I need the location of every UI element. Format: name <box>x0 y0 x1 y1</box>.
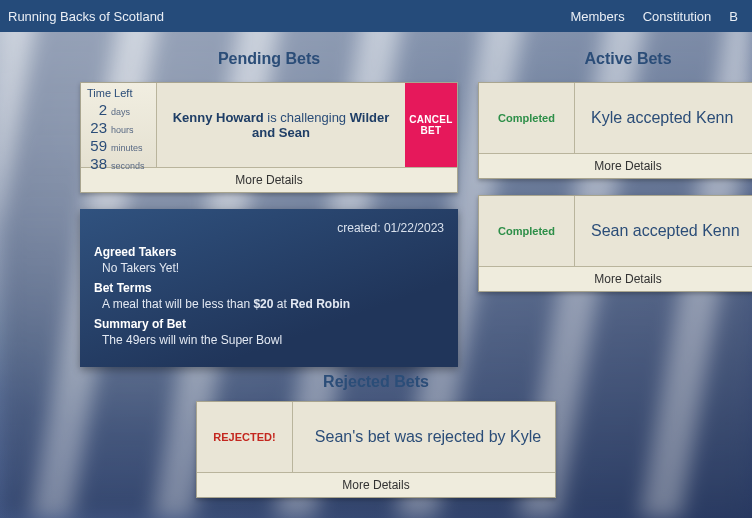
active-2-more-details-button[interactable]: More Details <box>479 266 752 291</box>
time-left-label: Time Left <box>87 87 150 99</box>
active-bet-1-text: Kyle accepted Kenn <box>575 83 752 153</box>
status-badge-completed: Completed <box>479 83 575 153</box>
status-badge-rejected: REJECTED! <box>197 402 293 472</box>
bet-terms-place: Red Robin <box>290 297 350 311</box>
agreed-takers-value: No Takers Yet! <box>102 261 444 275</box>
active-column: Active Bets Completed Kyle accepted Kenn… <box>478 50 752 367</box>
bet-terms-value: A meal that will be less than $20 at Red… <box>102 297 444 311</box>
status-badge-completed: Completed <box>479 196 575 266</box>
rejected-bet-1-text: Sean's bet was rejected by Kyle <box>293 402 555 472</box>
time-days-unit: days <box>111 107 130 118</box>
challenger-name: Kenny Howard <box>173 110 264 125</box>
active-heading: Active Bets <box>478 50 752 68</box>
pending-bet-details-panel: created: 01/22/2023 Agreed Takers No Tak… <box>80 209 458 367</box>
cancel-bet-button[interactable]: CANCEL BET <box>405 83 457 167</box>
bet-terms-heading: Bet Terms <box>94 281 444 295</box>
pending-column: Pending Bets Time Left 2days 23hours 59m… <box>80 50 458 367</box>
active-bet-2-text: Sean accepted Kenn <box>575 196 752 266</box>
summary-value: The 49ers will win the Super Bowl <box>102 333 444 347</box>
time-minutes-num: 59 <box>87 137 107 155</box>
pending-bet-summary: Kenny Howard is challenging Wilder and S… <box>157 83 405 167</box>
top-navbar: Running Backs of Scotland Members Consti… <box>0 0 752 32</box>
nav-links: Members Constitution B <box>570 9 738 24</box>
site-title: Running Backs of Scotland <box>8 9 164 24</box>
bet-terms-pre: A meal that will be less than <box>102 297 253 311</box>
pending-heading: Pending Bets <box>80 50 458 68</box>
bet-terms-amount: $20 <box>253 297 273 311</box>
agreed-takers-heading: Agreed Takers <box>94 245 444 259</box>
nav-members[interactable]: Members <box>570 9 624 24</box>
time-left-box: Time Left 2days 23hours 59minutes 38seco… <box>81 83 157 167</box>
rejected-1-more-details-button[interactable]: More Details <box>197 472 555 497</box>
rejected-section: Rejected Bets REJECTED! Sean's bet was r… <box>196 373 556 498</box>
created-date: created: 01/22/2023 <box>94 221 444 235</box>
nav-b[interactable]: B <box>729 9 738 24</box>
active-bet-card-2: Completed Sean accepted Kenn More Detail… <box>478 195 752 292</box>
bet-terms-mid: at <box>273 297 290 311</box>
time-hours-unit: hours <box>111 125 134 136</box>
time-seconds-num: 38 <box>87 155 107 173</box>
active-bet-card-1: Completed Kyle accepted Kenn More Detail… <box>478 82 752 179</box>
rejected-bet-card-1: REJECTED! Sean's bet was rejected by Kyl… <box>196 401 556 498</box>
active-1-more-details-button[interactable]: More Details <box>479 153 752 178</box>
time-days-num: 2 <box>87 101 107 119</box>
nav-constitution[interactable]: Constitution <box>643 9 712 24</box>
pending-bet-card: Time Left 2days 23hours 59minutes 38seco… <box>80 82 458 193</box>
time-hours-num: 23 <box>87 119 107 137</box>
summary-heading: Summary of Bet <box>94 317 444 331</box>
time-seconds-unit: seconds <box>111 161 145 172</box>
time-minutes-unit: minutes <box>111 143 143 154</box>
rejected-heading: Rejected Bets <box>196 373 556 391</box>
challenge-mid: is challenging <box>264 110 350 125</box>
